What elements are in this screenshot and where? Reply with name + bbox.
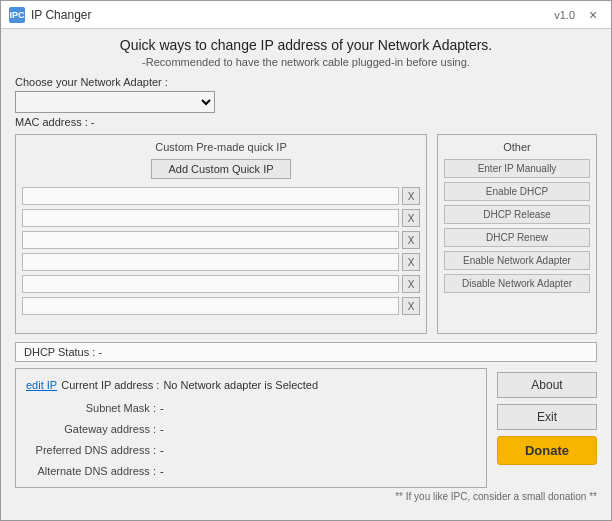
bottom-row: edit IP Current IP address : No Network … — [15, 368, 597, 488]
app-icon: IPC — [9, 7, 25, 23]
gateway-row: Gateway address : - — [26, 419, 476, 440]
subnet-row: Subnet Mask : - — [26, 398, 476, 419]
pref-dns-label: Preferred DNS address : — [26, 440, 156, 461]
dhcp-renew-button[interactable]: DHCP Renew — [444, 228, 590, 247]
ip-info-panel: edit IP Current IP address : No Network … — [15, 368, 487, 488]
donate-button[interactable]: Donate — [497, 436, 597, 465]
current-ip-label: Current IP address : — [61, 375, 159, 396]
alt-dns-value: - — [160, 461, 164, 482]
remove-ip-button-3[interactable]: X — [402, 231, 420, 249]
subnet-label: Subnet Mask : — [26, 398, 156, 419]
version-label: v1.0 — [554, 9, 575, 21]
header-title: Quick ways to change IP address of your … — [15, 37, 597, 53]
about-button[interactable]: About — [497, 372, 597, 398]
other-panel-title: Other — [444, 141, 590, 153]
dhcp-release-button[interactable]: DHCP Release — [444, 205, 590, 224]
custom-ip-row-5: X — [22, 275, 420, 293]
mac-value: - — [91, 116, 95, 128]
disable-network-adapter-button[interactable]: Disable Network Adapter — [444, 274, 590, 293]
remove-ip-button-2[interactable]: X — [402, 209, 420, 227]
pref-dns-value: - — [160, 440, 164, 461]
header-subtitle: -Recommended to have the network cable p… — [15, 56, 597, 68]
right-buttons: About Exit Donate — [497, 368, 597, 488]
title-bar-left: IPC IP Changer — [9, 7, 92, 23]
remove-ip-button-4[interactable]: X — [402, 253, 420, 271]
custom-ip-input-6[interactable] — [22, 297, 399, 315]
add-custom-ip-button[interactable]: Add Custom Quick IP — [151, 159, 290, 179]
app-name: IP Changer — [31, 8, 92, 22]
remove-ip-button-5[interactable]: X — [402, 275, 420, 293]
custom-ip-input-3[interactable] — [22, 231, 399, 249]
panels-row: Custom Pre-made quick IP Add Custom Quic… — [15, 134, 597, 334]
current-ip-value: No Network adapter is Selected — [163, 375, 318, 396]
dhcp-status-bar: DHCP Status : - — [15, 342, 597, 362]
custom-ip-row-3: X — [22, 231, 420, 249]
remove-ip-button-6[interactable]: X — [402, 297, 420, 315]
adapter-section: Choose your Network Adapter : MAC addres… — [15, 76, 597, 128]
main-content: Quick ways to change IP address of your … — [1, 29, 611, 510]
custom-ip-input-5[interactable] — [22, 275, 399, 293]
dhcp-status-value: - — [98, 346, 102, 358]
footer-note: ** If you like IPC, consider a small don… — [15, 488, 597, 502]
subnet-value: - — [160, 398, 164, 419]
enter-ip-manually-button[interactable]: Enter IP Manually — [444, 159, 590, 178]
mac-address: MAC address : - — [15, 116, 597, 128]
dhcp-status-label: DHCP Status : — [24, 346, 95, 358]
custom-ip-input-4[interactable] — [22, 253, 399, 271]
title-bar: IPC IP Changer v1.0 × — [1, 1, 611, 29]
custom-ip-input-2[interactable] — [22, 209, 399, 227]
gateway-value: - — [160, 419, 164, 440]
gateway-label: Gateway address : — [26, 419, 156, 440]
other-panel: Other Enter IP Manually Enable DHCP DHCP… — [437, 134, 597, 334]
custom-ip-row-6: X — [22, 297, 420, 315]
custom-ip-row-1: X — [22, 187, 420, 205]
exit-button[interactable]: Exit — [497, 404, 597, 430]
adapter-select[interactable] — [15, 91, 215, 113]
current-ip-row: edit IP Current IP address : No Network … — [26, 375, 476, 396]
alt-dns-row: Alternate DNS address : - — [26, 461, 476, 482]
close-button[interactable]: × — [583, 5, 603, 25]
custom-panel-title: Custom Pre-made quick IP — [22, 141, 420, 153]
pref-dns-row: Preferred DNS address : - — [26, 440, 476, 461]
enable-dhcp-button[interactable]: Enable DHCP — [444, 182, 590, 201]
adapter-label: Choose your Network Adapter : — [15, 76, 597, 88]
remove-ip-button-1[interactable]: X — [402, 187, 420, 205]
alt-dns-label: Alternate DNS address : — [26, 461, 156, 482]
mac-label: MAC address : — [15, 116, 88, 128]
custom-panel: Custom Pre-made quick IP Add Custom Quic… — [15, 134, 427, 334]
custom-ip-row-4: X — [22, 253, 420, 271]
enable-network-adapter-button[interactable]: Enable Network Adapter — [444, 251, 590, 270]
custom-ip-row-2: X — [22, 209, 420, 227]
edit-ip-link[interactable]: edit IP — [26, 375, 57, 396]
custom-ip-input-1[interactable] — [22, 187, 399, 205]
